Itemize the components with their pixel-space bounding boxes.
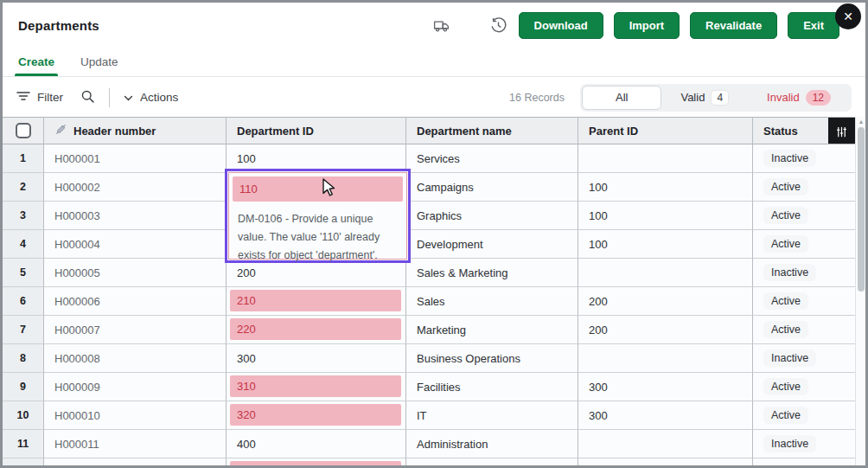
import-button[interactable]: Import <box>614 12 680 39</box>
table-row-partial[interactable] <box>3 458 855 465</box>
filter-label: Filter <box>37 91 63 104</box>
table-header-row: Header number Department ID Department n… <box>3 117 855 144</box>
search-button[interactable] <box>80 89 95 106</box>
truck-icon[interactable] <box>432 16 451 35</box>
toolbar: Filter Actions 16 Records All Valid 4 <box>3 78 865 117</box>
error-cell[interactable]: 210 <box>227 287 406 316</box>
error-cell[interactable]: 320 <box>227 401 406 430</box>
filter-button[interactable]: Filter <box>16 90 63 105</box>
error-cell[interactable] <box>227 458 406 465</box>
search-icon <box>80 89 95 106</box>
status-badge: Active <box>763 378 808 396</box>
records-count: 16 Records <box>509 92 565 104</box>
actions-menu[interactable]: Actions <box>124 91 178 104</box>
table-row[interactable]: 1 H000001 100 Services Inactive <box>3 144 855 173</box>
mouse-cursor-icon <box>322 178 340 201</box>
column-settings-button[interactable] <box>828 118 855 144</box>
status-badge: Active <box>763 178 808 196</box>
chevron-down-icon <box>124 91 133 104</box>
status-badge: Active <box>763 292 808 311</box>
validity-filter: All Valid 4 Invalid 12 <box>580 84 852 112</box>
segment-all[interactable]: All <box>582 86 661 110</box>
page-title: Departments <box>18 18 99 33</box>
tab-create[interactable]: Create <box>18 48 54 76</box>
col-status[interactable]: Status <box>753 117 855 144</box>
col-department-name[interactable]: Department name <box>406 117 578 144</box>
download-button[interactable]: Download <box>519 12 603 39</box>
status-badge: Active <box>763 321 808 339</box>
actions-label: Actions <box>140 91 178 104</box>
valid-label: Valid <box>680 91 705 104</box>
close-button[interactable]: ✕ <box>835 3 861 29</box>
table-row[interactable]: 11 H000011 400 Administration Inactive <box>3 430 855 458</box>
table-row[interactable]: 2 H000002 Campaigns 100 Active <box>3 173 855 202</box>
status-badge: Inactive <box>763 349 816 368</box>
segment-valid[interactable]: Valid 4 <box>661 86 748 110</box>
status-badge: Inactive <box>763 264 816 282</box>
error-cell[interactable]: 220 <box>227 316 406 344</box>
col-department-id[interactable]: Department ID <box>227 117 406 144</box>
tab-update[interactable]: Update <box>80 48 118 76</box>
valid-count-badge: 4 <box>711 90 729 106</box>
no-edit-icon <box>54 123 67 138</box>
mode-tabs: Create Update <box>3 48 865 77</box>
status-badge: Active <box>763 207 808 225</box>
vertical-scrollbar[interactable]: ▲ <box>855 117 865 465</box>
revalidate-button[interactable]: Revalidate <box>690 12 777 39</box>
status-badge: Active <box>763 235 808 253</box>
table-row[interactable]: 6 H000006 210 Sales 200 Active <box>3 287 855 316</box>
error-cell-value[interactable]: 110 <box>233 176 403 202</box>
table-row[interactable]: 10 H000010 320 IT 300 Active <box>3 401 855 430</box>
table-row[interactable]: 8 H000008 300 Business Operations Inacti… <box>3 344 855 373</box>
select-all-checkbox[interactable] <box>16 123 31 138</box>
table-row[interactable]: 5 H000005 200 Sales & Marketing Inactive <box>3 259 855 287</box>
status-badge: Active <box>763 407 808 425</box>
records-table: Header number Department ID Department n… <box>3 117 855 465</box>
filter-icon <box>16 90 30 105</box>
scrollbar-thumb[interactable] <box>858 127 865 292</box>
departments-window: Departments Download Import Revalidate E… <box>0 0 868 468</box>
invalid-label: Invalid <box>767 91 800 104</box>
error-message: DM-0106 - Provide a unique value. The va… <box>229 205 406 265</box>
history-icon[interactable] <box>489 16 508 35</box>
col-header-number[interactable]: Header number <box>73 125 156 138</box>
sliders-icon <box>835 125 848 138</box>
close-icon: ✕ <box>843 10 853 23</box>
error-cell[interactable]: 310 <box>227 373 406 401</box>
status-badge: Inactive <box>763 435 816 453</box>
table-row[interactable]: 7 H000007 220 Marketing 200 Active <box>3 316 855 344</box>
error-annotation-box: 110 DM-0106 - Provide a unique value. Th… <box>225 169 411 263</box>
invalid-count-badge: 12 <box>806 90 831 106</box>
exit-button[interactable]: Exit <box>788 12 839 39</box>
toolbar-divider <box>109 88 110 107</box>
error-tooltip: 110 DM-0106 - Provide a unique value. Th… <box>228 172 407 260</box>
status-badge: Inactive <box>763 150 816 168</box>
table-row[interactable]: 4 H000004 Development 100 Active <box>3 230 855 259</box>
table-row[interactable]: 9 H000009 310 Facilities 300 Active <box>3 373 855 401</box>
segment-invalid[interactable]: Invalid 12 <box>748 86 850 110</box>
table-row[interactable]: 3 H000003 Graphics 100 Active <box>3 202 855 230</box>
col-parent-id[interactable]: Parent ID <box>578 117 753 144</box>
scrollbar-up-arrow[interactable]: ▲ <box>858 119 865 125</box>
window-header: Departments Download Import Revalidate E… <box>3 3 865 48</box>
